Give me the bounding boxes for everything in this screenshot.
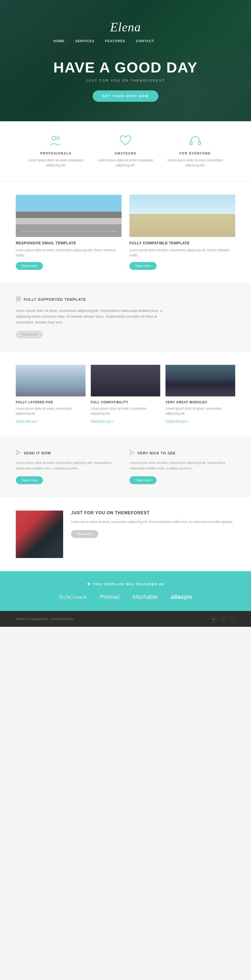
featured-text: Lorem ipsum dolor sit amet, consectetur …: [71, 519, 235, 525]
two-col-item-send: SEND IT NOW Lorem ipsum dolor sit amet, …: [16, 450, 122, 484]
feature-title-professionals: PROFESIONALS: [26, 151, 85, 155]
feature-item-professionals: PROFESIONALS Lorem ipsum dolor sit amet …: [21, 134, 91, 168]
footer-featured-header: THIS TEMPLATE WAS FEATURED ON: [16, 582, 235, 587]
three-col-item-psd: FULLY LAYERED PSD Lorem ipsum dolor sit …: [16, 365, 85, 423]
card-compatible-read-more[interactable]: Read more: [129, 262, 156, 270]
footer-copyright: Elanez © Copyright 2013 - Unsubscribe he…: [16, 617, 73, 620]
card-compatible-text: Lorem ipsum dolor sit amet, consectetur …: [129, 248, 235, 258]
three-col-item-modules: VERY GREAT MODULES Lorem ipsum dolor sit…: [166, 365, 235, 423]
brand-techcrunch: TechCrunch: [59, 593, 87, 600]
hero-cta-button[interactable]: GET YOUR COPY NOW: [93, 91, 158, 102]
card-compatible-title: FULLY COMPATIBLE TEMPLATE: [129, 241, 235, 245]
three-col-grid: FULLY LAYERED PSD Lorem ipsum dolor sit …: [16, 365, 235, 423]
brands-row: TechCrunch Promail Mashable atlaspix: [16, 593, 235, 600]
two-col-header-send: SEND IT NOW: [16, 450, 122, 456]
card-responsive-text: Lorem ipsum dolor sit amet, consectetur …: [16, 248, 122, 258]
gray-section: FULLY SUPPORTED TEMPLATE Lorem ipsum dol…: [0, 283, 251, 352]
three-col-link-compatibility[interactable]: Check this out >: [91, 420, 114, 423]
three-col-link-psd[interactable]: Check this out >: [16, 420, 38, 423]
nav-contact[interactable]: CONTACT: [136, 39, 154, 43]
svg-rect-5: [19, 297, 21, 299]
card-responsive: RESPONSIVE EMAIL TEMPLATE Lorem ipsum do…: [16, 195, 122, 270]
svg-rect-7: [19, 299, 21, 301]
headphones-icon: [189, 134, 202, 148]
two-col-item-nice: VERY NICE TO SEE Lorem ipsum dolor sit a…: [129, 450, 235, 484]
card-responsive-title: RESPONSIVE EMAIL TEMPLATE: [16, 241, 122, 245]
gray-section-header: FULLY SUPPORTED TEMPLATE: [16, 296, 235, 302]
hero-subtitle: JUST FOR YOU ON THEMEFOREST: [54, 78, 198, 83]
svg-rect-2: [190, 142, 192, 145]
footer-social: g+ f t: [211, 616, 235, 622]
three-col-img-psd: [16, 365, 85, 396]
svg-point-0: [52, 136, 56, 140]
two-col-grid: SEND IT NOW Lorem ipsum dolor sit amet, …: [16, 450, 235, 484]
social-twitter[interactable]: t: [229, 616, 235, 622]
social-google-plus[interactable]: g+: [211, 616, 217, 622]
two-col-header-nice: VERY NICE TO SEE: [129, 450, 235, 456]
featured-section: JUST FOR YOU ON THEMEFOREST Lorem ipsum …: [0, 497, 251, 571]
people-icon: [49, 134, 62, 148]
eye-icon: [129, 450, 135, 456]
gray-section-read-more[interactable]: Read more: [16, 331, 43, 339]
footer-featured-title: THIS TEMPLATE WAS FEATURED ON: [93, 582, 164, 586]
footer-featured-section: THIS TEMPLATE WAS FEATURED ON TechCrunch…: [0, 571, 251, 611]
two-col-title-nice: VERY NICE TO SEE: [137, 451, 176, 455]
svg-marker-8: [16, 450, 21, 455]
three-col-img-compatibility: [91, 365, 161, 396]
three-col-text-psd: Lorem ipsum dolor sit amet, consectetur …: [16, 406, 85, 416]
card-responsive-read-more[interactable]: Read more: [16, 262, 43, 270]
puzzle-icon: [16, 296, 21, 302]
featured-content: JUST FOR YOU ON THEMEFOREST Lorem ipsum …: [71, 511, 235, 538]
logo: Elena: [54, 20, 198, 34]
star-icon: [87, 582, 91, 587]
nav-home[interactable]: HOME: [54, 39, 65, 43]
svg-marker-9: [130, 450, 134, 455]
svg-rect-3: [198, 142, 200, 145]
three-col-item-compatibility: FULL COMPATIBILITY Lorem ipsum dolor sit…: [91, 365, 161, 423]
feature-text-everyone: Lorem ipsum dolor sit amet consectetur a…: [166, 158, 225, 168]
feature-title-everyone: FOR EVERYONE: [166, 151, 225, 155]
heart-icon: [119, 134, 132, 148]
feature-item-everyone: FOR EVERYONE Lorem ipsum dolor sit amet …: [160, 134, 230, 168]
two-col-text-nice: Lorem ipsum dolor sit amet, consectetur …: [129, 460, 235, 471]
three-col-text-modules: Lorem ipsum dolor sit amet, consectetur …: [166, 406, 235, 416]
three-col-link-modules[interactable]: Check this out >: [166, 420, 188, 423]
featured-image: [16, 511, 63, 558]
brand-atlaspix: atlaspix: [171, 593, 192, 600]
two-col-text-send: Lorem ipsum dolor sit amet, consectetur …: [16, 460, 122, 471]
svg-marker-10: [87, 582, 90, 585]
feature-text-amateurs: Lorem ipsum dolor sit amet consectetur a…: [96, 158, 155, 168]
feature-title-amateurs: AMATEURS: [96, 151, 155, 155]
featured-read-more-button[interactable]: Read more: [71, 530, 98, 538]
svg-rect-6: [16, 299, 18, 301]
card-compatible: FULLY COMPATIBLE TEMPLATE Lorem ipsum do…: [129, 195, 235, 270]
feature-text-professionals: Lorem ipsum dolor sit amet consectetur a…: [26, 158, 85, 168]
two-col-title-send: SEND IT NOW: [24, 451, 51, 455]
three-col-img-modules: [166, 365, 235, 396]
featured-title: JUST FOR YOU ON THEMEFOREST: [71, 511, 235, 515]
two-col-read-more-send[interactable]: Read more: [16, 476, 43, 484]
cards-grid: RESPONSIVE EMAIL TEMPLATE Lorem ipsum do…: [16, 195, 235, 270]
social-facebook[interactable]: f: [220, 616, 226, 622]
features-section: PROFESIONALS Lorem ipsum dolor sit amet …: [0, 121, 251, 181]
send-icon: [16, 450, 21, 456]
brand-mashable: Mashable: [133, 593, 158, 600]
three-col-title-compatibility: FULL COMPATIBILITY: [91, 400, 161, 404]
nav-features[interactable]: FEATURES: [105, 39, 125, 43]
card-compatible-image: [129, 195, 235, 237]
cards-section: RESPONSIVE EMAIL TEMPLATE Lorem ipsum do…: [0, 181, 251, 283]
three-col-title-modules: VERY GREAT MODULES: [166, 400, 235, 404]
feature-item-amateurs: AMATEURS Lorem ipsum dolor sit amet cons…: [91, 134, 161, 168]
hero-title: HAVE A GOOD DAY: [54, 59, 198, 76]
three-col-text-compatibility: Lorem ipsum dolor sit amet, consectetur …: [91, 406, 161, 416]
footer: Elanez © Copyright 2013 - Unsubscribe he…: [0, 611, 251, 627]
three-col-section: FULLY LAYERED PSD Lorem ipsum dolor sit …: [0, 352, 251, 437]
brand-promail: Promail: [100, 593, 120, 600]
nav-services[interactable]: SERVICES: [75, 39, 95, 43]
gray-section-title: FULLY SUPPORTED TEMPLATE: [24, 298, 86, 302]
three-col-title-psd: FULLY LAYERED PSD: [16, 400, 85, 404]
svg-point-1: [57, 137, 60, 140]
two-col-read-more-nice[interactable]: Read more: [129, 476, 156, 484]
svg-rect-4: [16, 297, 18, 299]
main-nav: HOME SERVICES FEATURES CONTACT: [54, 39, 198, 43]
